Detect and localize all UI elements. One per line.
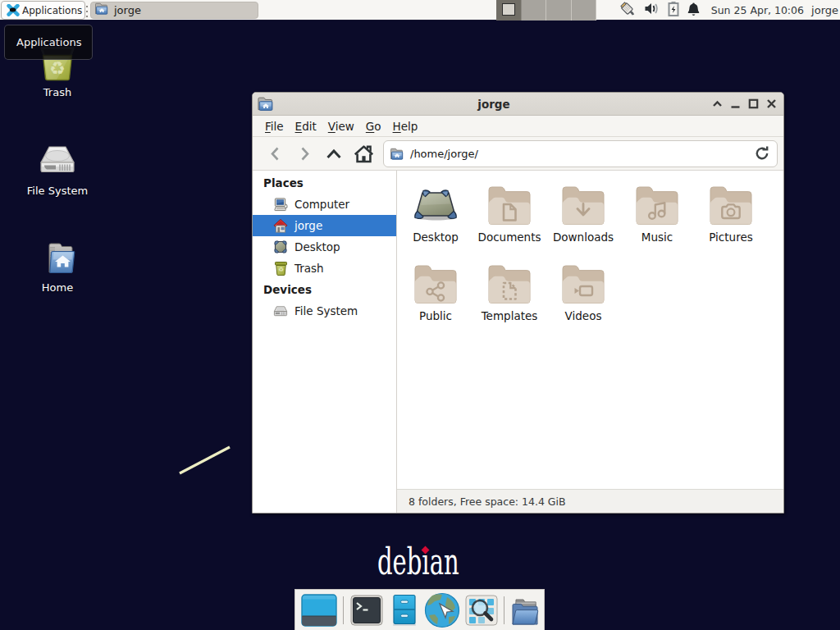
battery-icon[interactable] [668,1,679,20]
desktop-icon-label: File System [18,185,97,198]
workspace-2[interactable] [522,0,547,21]
tooltip-text: Applications [16,36,81,48]
filesystem-icon [18,141,97,180]
location-bar[interactable]: /home/jorge/ [383,140,778,167]
file-item-pictures[interactable]: Pictures [694,183,768,262]
web-browser-launcher[interactable] [422,592,462,628]
desktop-icon-home[interactable]: Home [18,240,97,294]
app-finder-launcher[interactable] [463,592,500,628]
terminal-icon [350,595,383,626]
home-folder-icon [273,218,288,233]
window-titlebar[interactable]: jorge [253,93,783,116]
sidebar-item-label: Computer [294,198,349,211]
file-item-label: Desktop [413,231,459,244]
sidebar-item-filesystem[interactable]: File System [253,300,396,322]
up-button[interactable] [319,140,349,167]
debian-logo-text: debıan [377,542,459,582]
file-grid: Desktop Documents [397,171,783,489]
sidebar-item-label: Desktop [294,240,340,253]
file-item-videos[interactable]: Videos [546,262,620,340]
maximize-button[interactable] [744,95,762,113]
menu-edit[interactable]: Edit [290,117,322,135]
sidebar-item-label: File System [294,304,358,317]
workspace-switcher[interactable] [496,0,596,21]
close-button[interactable] [762,95,780,113]
menu-help[interactable]: Help [387,117,424,135]
reload-button[interactable] [754,145,770,162]
sidebar-item-desktop[interactable]: Desktop [253,236,396,258]
sidebar-heading-devices: Devices [253,279,396,300]
dock-separator [504,596,504,624]
desktop-icon [413,183,458,227]
file-item-label: Downloads [553,231,614,244]
folder-documents-icon [487,183,532,227]
desktop-icon [273,240,288,254]
shade-button[interactable] [708,95,726,113]
status-bar: 8 folders, Free space: 14.4 GiB [397,489,783,513]
sidebar-item-trash[interactable]: ♻ Trash [253,258,396,279]
file-item-label: Public [419,309,452,323]
file-item-desktop[interactable]: Desktop [399,183,472,262]
window-icon [258,96,275,112]
file-manager-launcher[interactable] [386,592,422,628]
file-item-templates[interactable]: Templates [472,262,546,340]
svg-text:♻: ♻ [278,266,284,273]
terminal-launcher[interactable] [347,592,386,628]
applications-menu-button[interactable]: Applications [1,1,85,20]
file-item-public[interactable]: Public [399,262,472,340]
back-button[interactable] [260,140,290,167]
desktop-icon-label: Trash [18,86,97,99]
minimize-button[interactable] [726,95,744,113]
workspace-1[interactable] [496,0,522,21]
workspace-3[interactable] [546,0,572,21]
menu-bar: File Edit View Go Help [253,116,783,137]
folder-templates-icon [487,262,532,306]
file-item-label: Documents [478,231,541,244]
sidebar-item-label: Trash [294,262,324,275]
sidebar-item-computer[interactable]: Computer [253,194,396,215]
panel-username: jorge [811,0,838,21]
sidebar-item-label: jorge [294,219,322,232]
file-cabinet-icon [391,594,418,627]
home-button[interactable] [349,140,378,167]
menu-go[interactable]: Go [360,117,387,135]
show-desktop-button[interactable] [299,592,340,628]
path-text[interactable]: /home/jorge/ [410,148,754,160]
folder-public-icon [413,262,458,306]
desktop-icon-filesystem[interactable]: File System [18,141,97,198]
menu-view[interactable]: View [322,117,360,135]
taskbar-window-button[interactable]: jorge [90,2,258,19]
notifications-icon[interactable] [687,2,701,20]
network-icon[interactable] [619,0,637,21]
panel-clock[interactable]: Sun 25 Apr, 10:06 [711,0,804,21]
sidebar-item-jorge[interactable]: jorge [253,215,396,236]
file-item-documents[interactable]: Documents [472,183,546,262]
debian-logo: debıan [377,542,468,585]
top-panel: Applications jorge [0,0,840,21]
system-tray [614,0,704,21]
drive-icon [273,304,288,318]
workspace-4[interactable] [572,0,597,21]
trash-icon: ♻ [273,261,288,276]
window-title: jorge [280,98,708,111]
xfce-logo-icon [7,4,20,16]
file-item-label: Videos [565,309,602,323]
panel-handle [84,3,89,17]
file-item-downloads[interactable]: Downloads [546,183,620,262]
directory-menu-button[interactable] [508,592,544,628]
window-folder-icon [95,2,109,18]
home-icon [18,240,97,277]
file-manager-window: jorge File Edit View Go Help [252,92,784,514]
applications-menu-label: Applications [22,5,82,16]
volume-icon[interactable] [644,2,660,19]
desktop: debıan ♻ Trash [0,0,840,630]
taskbar-window-label: jorge [114,4,141,16]
file-item-music[interactable]: Music [620,183,694,262]
forward-button[interactable] [290,140,319,167]
applications-tooltip: Applications [4,25,93,60]
menu-file[interactable]: File [259,117,290,135]
web-browser-icon [424,592,460,628]
folder-downloads-icon [561,183,605,227]
folder-music-icon [635,183,679,227]
path-folder-icon [390,148,404,160]
